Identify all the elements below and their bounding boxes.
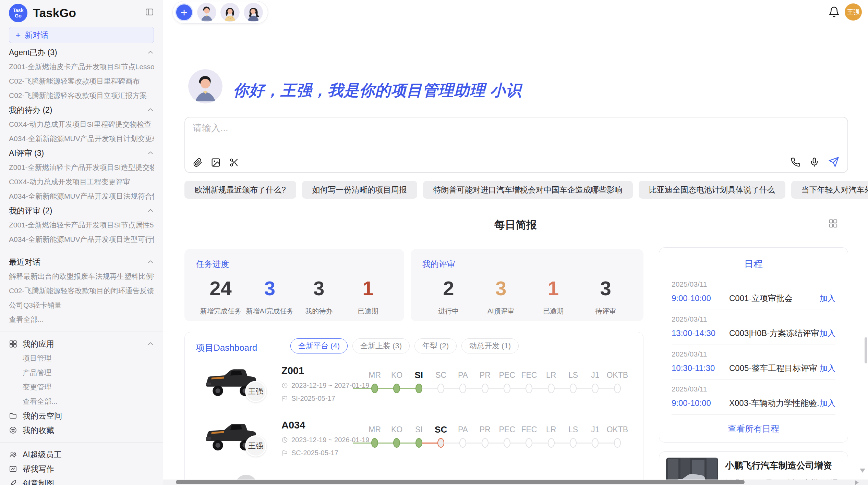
- join-link[interactable]: 加入: [820, 363, 835, 374]
- sidebar-conversation-item[interactable]: C0X4-动力总成开发项目SI里程碑提交物检查: [9, 120, 154, 129]
- insert-image-icon[interactable]: [211, 158, 221, 167]
- milestone: J1: [584, 424, 606, 451]
- join-link[interactable]: 加入: [820, 293, 835, 304]
- sidebar-item-my-apps[interactable]: 我的应用: [9, 337, 154, 351]
- join-link[interactable]: 加入: [820, 398, 835, 409]
- add-agent-button[interactable]: +: [175, 3, 193, 21]
- notification-bell-icon[interactable]: [828, 6, 840, 18]
- briefing-layout-icon[interactable]: [828, 219, 838, 228]
- section-recent-chats[interactable]: 最近对话: [9, 255, 154, 269]
- folder-icon: [9, 412, 17, 420]
- suggestion-chip[interactable]: 当下年轻人对汽车外观有怎样的喜好趋势: [791, 181, 868, 199]
- milestone-label: LS: [562, 424, 584, 436]
- project-owner-badge: 王强: [245, 381, 266, 402]
- sidebar-conversation-item[interactable]: C0X4-动力总成开发项目工程变更评审: [9, 177, 154, 187]
- sidebar-conversation-item[interactable]: Z001-全新燃油轻卡产品开发项目SI节点属性5D文件评审: [9, 220, 154, 230]
- agent-avatar-1[interactable]: [197, 3, 216, 22]
- sidebar-item-cloud-space[interactable]: 我的云空间: [9, 409, 154, 423]
- screenshot-scissors-icon[interactable]: [229, 158, 239, 167]
- milestone-label: SC: [430, 424, 452, 436]
- plus-icon: +: [15, 30, 21, 40]
- sidebar-app-item[interactable]: 查看全部...: [9, 397, 154, 406]
- cloud-space-label: 我的云空间: [23, 411, 62, 421]
- sidebar-item-favorites[interactable]: 我的收藏: [9, 423, 154, 437]
- view-all-schedule-link[interactable]: 查看所有日程: [672, 423, 835, 434]
- sidebar-conversation-item[interactable]: A034-全新新能源MUV产品开发项目计划变更表编写: [9, 134, 154, 144]
- milestone: KO: [386, 424, 408, 451]
- new-chat-button[interactable]: + 新对话: [9, 27, 154, 43]
- sidebar-conversation-item[interactable]: C02-飞腾新能源轻客改款项目里程碑画布: [9, 76, 154, 86]
- project-name: A034: [281, 420, 369, 431]
- dashboard-tab[interactable]: 动总开发 (1): [461, 338, 519, 353]
- chevron-up-icon[interactable]: [147, 107, 154, 113]
- collapse-sidebar-icon[interactable]: [145, 8, 154, 16]
- microphone-icon[interactable]: [809, 157, 819, 167]
- agent-avatar-2[interactable]: [220, 3, 240, 22]
- chevron-up-icon[interactable]: [147, 259, 154, 265]
- suggestion-chip[interactable]: 特朗普可能对进口汽车增税会对中国车企造成哪些影响: [423, 181, 633, 199]
- sidebar-item-creative-drawing[interactable]: 创意制图: [9, 476, 154, 485]
- stat-label: AI预评审: [475, 307, 527, 316]
- chevron-up-icon[interactable]: [147, 207, 154, 214]
- suggestion-chip[interactable]: 如何写一份清晰的项目周报: [302, 181, 417, 199]
- send-icon[interactable]: [828, 157, 839, 167]
- agent-avatar-3[interactable]: [244, 3, 263, 22]
- milestone-label: KO: [386, 370, 408, 382]
- chat-input[interactable]: [193, 123, 707, 134]
- dashboard-tab[interactable]: 全新上装 (3): [352, 338, 410, 353]
- attachment-icon[interactable]: [193, 158, 203, 167]
- suggestion-chip[interactable]: 比亚迪全固态电池计划具体说了什么: [639, 181, 785, 199]
- milestone-dot: [548, 384, 555, 393]
- section-my-review-list: Z001-全新燃油轻卡产品开发项目SI节点属性5D文件评审A034-全新新能源M…: [9, 218, 154, 247]
- project-row[interactable]: 王强 Z001 2023-12-19 ~ 2027-01-19 SI-2025-…: [185, 363, 643, 421]
- chevron-up-icon[interactable]: [147, 49, 154, 56]
- milestone: KO: [386, 370, 408, 397]
- sidebar-item-help-me-write[interactable]: 帮我写作: [9, 462, 154, 476]
- milestone-dot: [592, 438, 599, 448]
- stat-label: 新增AI完成任务: [245, 307, 294, 316]
- sidebar-conversation-item[interactable]: 查看全部...: [9, 315, 154, 324]
- milestone: SC: [430, 370, 452, 397]
- section-agent-done[interactable]: Agent已办 (3): [9, 45, 154, 60]
- schedule-title: 日程: [672, 258, 835, 270]
- section-my-todo[interactable]: 我的待办 (2): [9, 103, 154, 117]
- sidebar-conversation-item[interactable]: Z001-全新燃油皮卡产品开发项目SI节点Lesson Learn报告: [9, 62, 154, 72]
- project-owner-badge: 王强: [245, 435, 266, 457]
- milestone: PEC: [496, 370, 518, 397]
- dashboard-tab[interactable]: 年型 (2): [414, 338, 457, 353]
- milestone: MR: [364, 424, 386, 451]
- milestone-label: LR: [540, 424, 562, 436]
- scroll-down-arrow[interactable]: [860, 469, 865, 473]
- sidebar-conversation-item[interactable]: A034-全新新能源MUV产品开发项目法规符合性评审: [9, 191, 154, 201]
- logo-text-top: Task: [13, 8, 24, 13]
- stat-value: 24: [196, 278, 245, 298]
- scroll-right-arrow[interactable]: [855, 480, 859, 485]
- sidebar-app-item[interactable]: 产品管理: [9, 368, 154, 377]
- stat: 3 我的待办: [294, 278, 343, 316]
- horizontal-scrollbar-thumb[interactable]: [176, 480, 745, 484]
- sidebar-item-ai-super-staff[interactable]: AI超级员工: [9, 447, 154, 462]
- section-ai-review[interactable]: AI评审 (3): [9, 146, 154, 160]
- sidebar-app-item[interactable]: 变更管理: [9, 382, 154, 392]
- sidebar-app-item[interactable]: 项目管理: [9, 353, 154, 363]
- chevron-up-icon[interactable]: [147, 150, 154, 157]
- stat-value: 1: [343, 278, 393, 298]
- milestone-label: KO: [386, 424, 408, 436]
- sidebar-conversation-item[interactable]: 公司Q3轻卡销量: [9, 300, 154, 310]
- suggestion-chip[interactable]: 欧洲新规最近颁布了什么?: [184, 181, 296, 199]
- dashboard-tab[interactable]: 全新平台 (4): [290, 338, 348, 353]
- vertical-scrollbar-thumb[interactable]: [865, 337, 867, 363]
- sidebar-conversation-item[interactable]: 解释最新出台的欧盟报废车法规再生塑料比例被调至15%...: [9, 272, 154, 281]
- sidebar-conversation-item[interactable]: A034-全新新能源MUV产品开发项目造型可行性评审: [9, 235, 154, 244]
- favorites-label: 我的收藏: [23, 425, 54, 436]
- sidebar-conversation-item[interactable]: C02-飞腾新能源轻客改款项目立项汇报方案: [9, 91, 154, 100]
- sidebar-conversation-item[interactable]: Z001-全新燃油轻卡产品开发项目SI造型提交物评审: [9, 163, 154, 172]
- section-my-review[interactable]: 我的评审 (2): [9, 203, 154, 218]
- join-link[interactable]: 加入: [820, 328, 835, 339]
- project-row[interactable]: 王强 A034 2023-12-19 ~ 2026-01-19 SC-2025-…: [185, 418, 643, 476]
- sidebar-conversation-item[interactable]: C02-飞腾新能源轻客改款项目的闭环通告反馈情况: [9, 286, 154, 296]
- chevron-up-icon[interactable]: [147, 340, 154, 347]
- voice-call-icon[interactable]: [791, 157, 800, 167]
- suggestion-chips: 欧洲新规最近颁布了什么?如何写一份清晰的项目周报特朗普可能对进口汽车增税会对中国…: [184, 181, 848, 199]
- user-avatar[interactable]: 王强: [845, 3, 862, 21]
